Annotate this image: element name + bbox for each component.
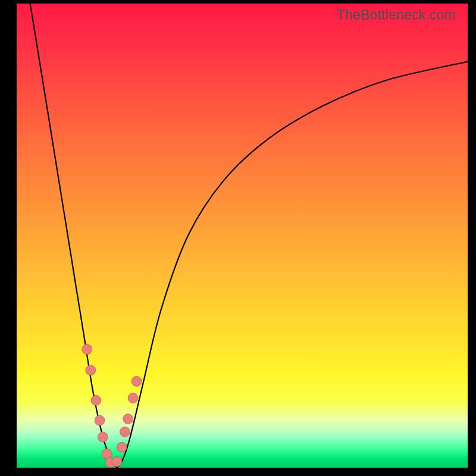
bead-marker (120, 427, 130, 437)
bead-marker (117, 442, 127, 452)
curve-layer (17, 4, 468, 468)
bead-marker (128, 393, 138, 403)
bead-marker (98, 432, 108, 442)
bead-marker (95, 415, 105, 425)
plot-area: TheBottleneck.com (17, 4, 468, 468)
bead-marker (112, 456, 122, 466)
bead-marker (91, 395, 101, 405)
bead-marker (82, 345, 92, 355)
bead-marker (102, 449, 112, 459)
bead-marker (123, 414, 133, 424)
outer-frame: TheBottleneck.com (0, 0, 476, 476)
bead-marker (86, 365, 96, 375)
bead-group (82, 345, 142, 468)
bead-marker (131, 376, 142, 386)
